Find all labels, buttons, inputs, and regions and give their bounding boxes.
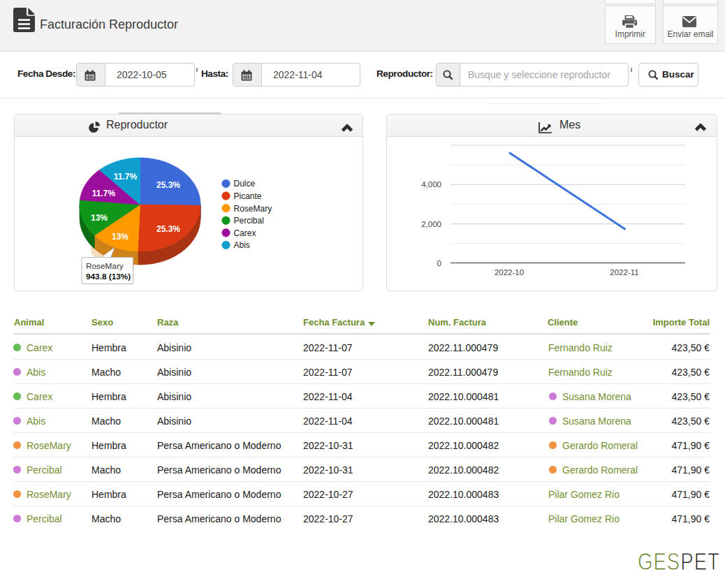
svg-text:2022-11: 2022-11	[610, 268, 638, 277]
svg-text:2022-10: 2022-10	[495, 268, 524, 277]
svg-text:0: 0	[437, 259, 441, 267]
svg-text:4,000: 4,000	[421, 180, 441, 189]
svg-text:2,000: 2,000	[421, 220, 441, 228]
